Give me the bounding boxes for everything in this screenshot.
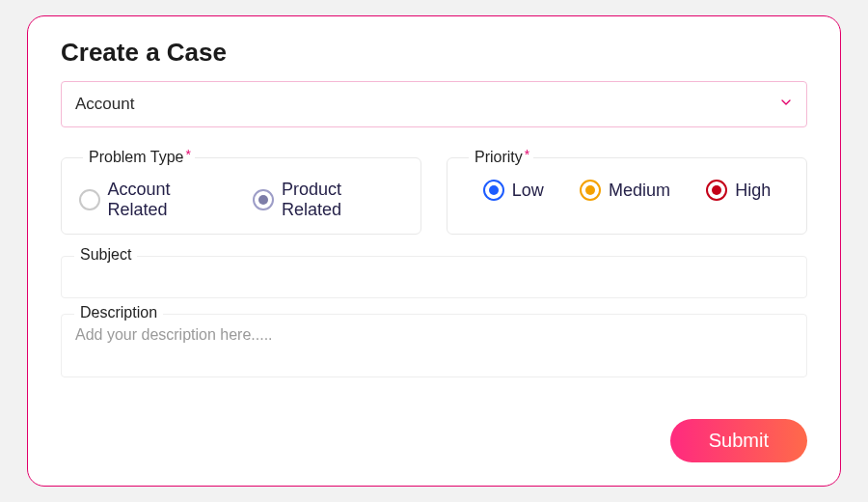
description-field: Description bbox=[61, 314, 807, 381]
page-title: Create a Case bbox=[61, 38, 807, 68]
radio-icon bbox=[706, 180, 727, 201]
priority-options: Low Medium High bbox=[465, 180, 789, 201]
problem-type-options: Account Related Product Related bbox=[79, 180, 403, 220]
problem-type-fieldset: Problem Type* Account Related Product Re… bbox=[61, 149, 421, 235]
radio-label: High bbox=[735, 181, 771, 201]
radio-priority-high[interactable]: High bbox=[706, 180, 771, 201]
account-select-wrap: Account bbox=[61, 81, 807, 127]
radio-product-related[interactable]: Product Related bbox=[253, 180, 403, 220]
priority-legend: Priority* bbox=[469, 149, 533, 166]
radio-priority-low[interactable]: Low bbox=[483, 180, 544, 201]
problem-type-legend: Problem Type* bbox=[83, 149, 195, 166]
required-mark: * bbox=[525, 147, 529, 162]
required-mark: * bbox=[185, 147, 190, 162]
radio-label: Product Related bbox=[282, 180, 403, 220]
radio-icon bbox=[79, 189, 100, 210]
subject-input[interactable] bbox=[61, 256, 807, 298]
radio-icon bbox=[253, 189, 274, 210]
radio-icon bbox=[483, 180, 504, 201]
radio-account-related[interactable]: Account Related bbox=[79, 180, 231, 220]
form-footer: Submit bbox=[61, 405, 807, 462]
options-row: Problem Type* Account Related Product Re… bbox=[61, 149, 807, 235]
subject-field: Subject bbox=[61, 256, 807, 298]
priority-legend-text: Priority bbox=[475, 149, 523, 165]
subject-label: Subject bbox=[74, 246, 137, 264]
create-case-card: Create a Case Account Problem Type* Acco… bbox=[27, 15, 841, 487]
account-select-value: Account bbox=[75, 95, 134, 114]
account-select[interactable]: Account bbox=[61, 81, 807, 127]
description-input[interactable] bbox=[61, 314, 807, 377]
description-label: Description bbox=[74, 304, 163, 321]
radio-priority-medium[interactable]: Medium bbox=[580, 180, 670, 201]
radio-icon bbox=[580, 180, 601, 201]
radio-label: Low bbox=[512, 181, 544, 201]
radio-label: Account Related bbox=[108, 180, 232, 220]
priority-fieldset: Priority* Low Medium High bbox=[447, 149, 807, 235]
problem-type-legend-text: Problem Type bbox=[89, 149, 183, 165]
submit-button[interactable]: Submit bbox=[670, 419, 807, 462]
radio-label: Medium bbox=[609, 181, 670, 201]
